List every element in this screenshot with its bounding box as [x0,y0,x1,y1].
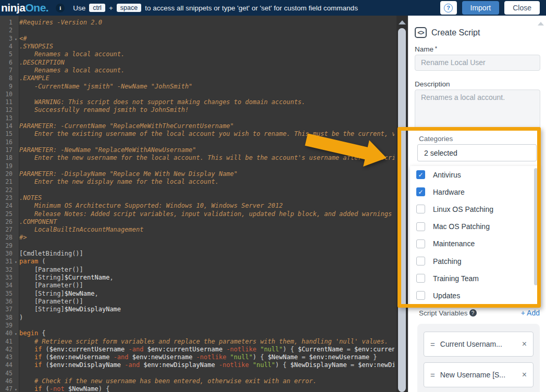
code-text: #> [19,234,394,241]
category-option[interactable]: ✓Antivirus [410,166,539,183]
code-editor[interactable]: 1#Requires -Version 2.023▾<#4.SYNOPSIS5 … [0,16,408,392]
code-text: [String]$NewDisplayName [19,306,394,313]
category-option[interactable]: Updates [410,287,539,304]
category-option[interactable]: ✓Hardware [410,183,539,200]
code-text: Successfully renamed jsmith to JohnSmith… [19,106,394,113]
line-number: 4 [0,43,13,50]
code-line: 33 [String]$CurrentName, [0,274,408,282]
line-number: 12 [0,106,13,113]
script-variable-card[interactable]: =New Username [S...× [424,362,533,387]
checkbox-unchecked-icon[interactable] [416,205,425,213]
code-text: .NOTES [19,194,394,201]
line-number: 3 [0,35,13,42]
import-button[interactable]: Import [462,1,500,15]
category-option[interactable]: Maintenance [410,235,539,252]
checkbox-unchecked-icon[interactable] [416,291,425,300]
script-variables-help-icon[interactable]: ? [469,309,477,317]
editor-scrollbar[interactable] [396,16,407,392]
line-number: 18 [0,154,13,161]
add-variable-button[interactable]: + Add [521,309,540,317]
code-line: 12 Successfully renamed jsmith to JohnSm… [0,106,408,114]
categories-label: Categories [419,135,453,143]
line-number: 42 [0,346,13,353]
line-number: 38 [0,314,13,321]
drag-handle-icon[interactable]: = [430,340,435,349]
code-text: [Parameter()] [19,282,394,289]
script-variable-card[interactable]: =Current Usernam...× [424,332,533,357]
code-text: if (-not $NewName) { [19,385,394,392]
help-button[interactable]: ? [440,1,457,15]
code-line: 20PARAMETER: -DisplayName "Replace Me Wi… [0,170,408,178]
code-line: 19 [0,162,408,170]
category-option-label: Maintenance [433,239,475,248]
snippet-hint: Use ctrl + space to access all snippets … [73,4,358,12]
checkbox-checked-icon[interactable]: ✓ [416,170,425,179]
script-variables-list: =Current Usernam...×=New Username [S...× [417,324,540,392]
line-number: 17 [0,146,13,154]
required-asterisk: * [435,45,437,52]
category-option[interactable]: Patching [410,252,539,270]
checkbox-unchecked-icon[interactable] [416,222,425,231]
remove-variable-icon[interactable]: × [519,370,527,380]
dropdown-scrollbar-thumb[interactable] [534,168,538,285]
code-text: param ( [19,258,394,265]
line-number: 15 [0,130,13,137]
checkbox-unchecked-icon[interactable] [416,257,425,265]
line-number: 40 [0,330,13,337]
checkbox-checked-icon[interactable]: ✓ [416,187,425,196]
code-text: if ($env:newUsername -and $env:newUserna… [19,353,394,361]
code-text: [Parameter()] [19,266,394,273]
line-number: 5 [0,50,13,58]
checkbox-unchecked-icon[interactable] [416,239,425,248]
line-number: 39 [0,322,13,329]
code-text: Enter the new username for the local acc… [19,154,394,161]
categories-select[interactable]: 2 selected [417,144,537,161]
code-line: 8.EXAMPLE [0,74,408,82]
fold-toggle-icon[interactable]: ▾ [13,387,19,392]
fold-toggle-icon[interactable]: ▾ [13,37,19,42]
code-text: .SYNOPSIS [19,43,394,50]
category-option[interactable]: Training Team [410,270,539,287]
description-field[interactable]: Renames a local account. [415,90,540,129]
code-text: Enter the new display name for the local… [19,178,394,185]
code-text: [String]$NewName, [19,290,394,297]
category-option-label: Mac OS Patching [433,222,490,231]
info-icon: i [56,4,65,12]
line-number: 6 [0,59,13,66]
line-number: 16 [0,138,13,146]
remove-variable-icon[interactable]: × [519,339,527,349]
panel-scroll-up-icon[interactable] [538,22,544,26]
code-line: 42 if ($env:currentUsername -and $env:cu… [0,346,408,353]
editor-scrollbar-thumb[interactable] [398,28,406,392]
line-number: 22 [0,186,13,194]
category-option-label: Antivirus [433,171,461,179]
code-text: .DESCRIPTION [19,59,394,66]
line-number: 26 [0,218,13,225]
fold-toggle-icon[interactable]: ▾ [13,260,19,264]
line-number: 21 [0,178,13,185]
code-line: 46 # Check if the new username has been … [0,377,408,385]
scroll-up-icon[interactable] [399,20,406,24]
code-line: 32 [Parameter()] [0,266,408,274]
close-button[interactable]: Close [504,1,540,15]
line-number: 46 [0,377,13,385]
category-option-label: Updates [433,292,460,300]
line-number: 10 [0,91,13,98]
code-line: 41 # Retrieve script form variables and … [0,338,408,346]
fold-toggle-icon[interactable]: ▾ [13,332,19,336]
code-line: 18 Enter the new username for the local … [0,154,408,162]
line-number: 20 [0,170,13,178]
category-option-label: Training Team [433,274,479,283]
drag-handle-icon[interactable]: = [430,371,435,380]
category-option[interactable]: Linux OS Patching [410,200,539,218]
code-line: 39 [0,322,408,330]
line-number: 30 [0,250,13,257]
name-field[interactable]: Rename Local User [415,55,540,71]
category-option[interactable]: Mac OS Patching [410,218,539,235]
line-number: 34 [0,282,13,289]
code-line: 36 [Parameter()] [0,298,408,306]
checkbox-unchecked-icon[interactable] [416,274,425,283]
code-text: Release Notes: Added script variables, i… [19,210,394,218]
categories-dropdown: ✓Antivirus✓HardwareLinux OS PatchingMac … [410,166,539,305]
line-number: 25 [0,210,13,218]
